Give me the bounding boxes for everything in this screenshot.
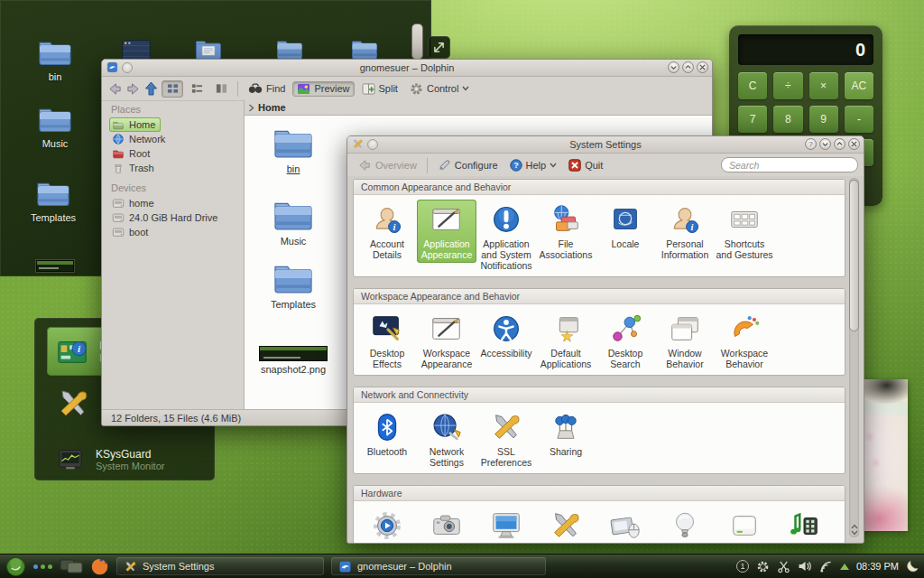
settings-item-account-details[interactable]: iAccount Details bbox=[357, 200, 417, 263]
toolbar-separator bbox=[427, 158, 428, 173]
maximize-button[interactable] bbox=[834, 138, 845, 150]
settings-item-device-actions[interactable]: Device Actions bbox=[357, 506, 417, 543]
file-item-templates[interactable]: Templates bbox=[253, 260, 334, 310]
taskbar-task-gnomesuer-dolphin[interactable]: gnomesuer – Dolphin bbox=[331, 557, 546, 575]
up-icon[interactable] bbox=[143, 81, 159, 96]
clock[interactable]: 08:39 PM bbox=[856, 561, 899, 572]
scroll-up-icon[interactable] bbox=[851, 524, 858, 529]
file-item-snapshot2-png[interactable]: snapshot2.png bbox=[253, 346, 334, 375]
settings-item-information-sources[interactable]: Information Sources bbox=[536, 506, 596, 543]
place-item-network[interactable]: Network bbox=[109, 132, 171, 146]
calc-button-ac[interactable]: AC bbox=[845, 72, 873, 99]
settings-item-personal-information[interactable]: iPersonal Information bbox=[655, 200, 715, 263]
settings-item-accessibility[interactable]: Accessibility bbox=[476, 309, 536, 361]
settings-item-multimedia[interactable]: Multimedia bbox=[774, 506, 834, 543]
details-view-button[interactable] bbox=[186, 80, 208, 98]
settings-item-default-applications[interactable]: ★Default Applications bbox=[536, 309, 596, 372]
desktop-icon-templates[interactable]: Templates bbox=[17, 178, 89, 223]
place-item-root[interactable]: Root bbox=[109, 146, 155, 161]
device-item-boot[interactable]: boot bbox=[109, 225, 153, 239]
file-item-music[interactable]: Music bbox=[253, 197, 334, 247]
titlebar-menu-button[interactable] bbox=[122, 62, 133, 73]
settings-item-locale[interactable]: Locale bbox=[596, 200, 655, 252]
settings-item-shortcuts-and-gestures[interactable]: Shortcuts and Gestures bbox=[715, 200, 774, 263]
folder-view-scrollbar[interactable] bbox=[411, 23, 423, 60]
firefox-icon[interactable] bbox=[90, 557, 109, 576]
settings-scrollbar[interactable] bbox=[849, 178, 859, 537]
settings-item-ssl-preferences[interactable]: SSL Preferences bbox=[476, 407, 536, 471]
back-icon[interactable] bbox=[107, 82, 123, 96]
settings-item-display-and-monit[interactable]: Display and Monit... bbox=[476, 506, 536, 543]
desktop-icon-snapshot-partial[interactable] bbox=[36, 260, 74, 272]
device-item-home[interactable]: home bbox=[109, 196, 160, 210]
split-button[interactable]: Split bbox=[357, 81, 402, 97]
notification-badge[interactable]: 1 bbox=[736, 560, 749, 573]
launcher-item-ksysguard[interactable]: KSysGuardSystem Monitor bbox=[47, 435, 206, 484]
preview-button[interactable]: Preview bbox=[292, 81, 354, 97]
calc-button-minus[interactable]: - bbox=[845, 106, 873, 133]
settings-item-application-and-system-notifications[interactable]: Application and System Notifications bbox=[476, 200, 536, 274]
file-item-bin[interactable]: bin bbox=[253, 125, 334, 174]
settings-item-network-settings[interactable]: Network Settings bbox=[417, 407, 476, 471]
tray-expand-arrow[interactable] bbox=[840, 564, 849, 570]
calc-button-divide[interactable]: ÷ bbox=[773, 72, 802, 99]
device-item-24-0-gib-hard-drive[interactable]: 24.0 GiB Hard Drive bbox=[109, 210, 223, 225]
calc-button-8[interactable]: 8 bbox=[773, 106, 802, 133]
titlebar-menu-button[interactable] bbox=[367, 139, 378, 150]
settings-item-input-devices[interactable]: Input Devices bbox=[596, 506, 655, 543]
app-launcher-button[interactable] bbox=[5, 556, 26, 577]
control-button[interactable]: Control bbox=[405, 80, 474, 98]
scrollbar-thumb[interactable] bbox=[849, 180, 859, 331]
settings-item-workspace-behavior[interactable]: Workspace Behavior bbox=[715, 309, 774, 372]
settings-item-digital-camera[interactable]: Digital Camera bbox=[417, 506, 476, 543]
calc-button-9[interactable]: 9 bbox=[809, 106, 838, 133]
scroll-down-icon[interactable] bbox=[851, 530, 858, 536]
settings-item-power-management[interactable]: Power Management bbox=[655, 506, 715, 543]
close-button[interactable] bbox=[697, 61, 708, 73]
breadcrumb[interactable]: Home bbox=[245, 100, 712, 115]
settings-item-file-associations[interactable]: File Associations bbox=[536, 200, 596, 263]
settings-item-application-appearance[interactable]: Application Appearance bbox=[417, 200, 476, 263]
desktop-icon-bin[interactable]: bin bbox=[19, 37, 91, 82]
network-signal-icon[interactable] bbox=[819, 560, 833, 573]
minimize-button[interactable] bbox=[668, 61, 679, 73]
panel-cashew-icon[interactable] bbox=[906, 560, 919, 573]
calc-button-7[interactable]: 7 bbox=[738, 106, 767, 133]
place-item-home[interactable]: Home bbox=[109, 117, 161, 132]
configure-button[interactable]: Configure bbox=[433, 157, 503, 173]
settings-item-removable-devices[interactable]: Removable Devices bbox=[715, 506, 774, 543]
volume-icon[interactable] bbox=[798, 560, 812, 573]
clipboard-scissors-icon[interactable] bbox=[777, 560, 790, 573]
desktop-icon-music[interactable]: Music bbox=[19, 104, 91, 149]
gear-tray-icon[interactable] bbox=[756, 560, 770, 573]
settings-item-window-behavior[interactable]: Window Behavior bbox=[655, 309, 715, 372]
quit-button[interactable]: Quit bbox=[564, 157, 607, 173]
close-button[interactable] bbox=[848, 138, 860, 150]
settings-item-desktop-search[interactable]: Desktop Search bbox=[596, 309, 655, 372]
pager-widget[interactable] bbox=[60, 558, 83, 574]
settings-titlebar[interactable]: System Settings ? bbox=[347, 136, 864, 154]
dolphin-titlebar[interactable]: gnomesuer – Dolphin bbox=[102, 60, 712, 77]
kinfocenter-icon: i bbox=[54, 334, 90, 368]
icons-view-button[interactable] bbox=[162, 80, 183, 98]
settings-item-workspace-appearance[interactable]: Workspace Appearance bbox=[417, 309, 476, 372]
find-button[interactable]: Find bbox=[244, 81, 290, 96]
settings-item-bluetooth[interactable]: Bluetooth bbox=[357, 407, 417, 460]
help-toolbar-button[interactable]: ? Help bbox=[505, 157, 562, 173]
calc-button-multiply[interactable]: × bbox=[809, 72, 838, 99]
overview-button[interactable]: Overview bbox=[353, 157, 421, 173]
breadcrumb-home[interactable]: Home bbox=[258, 102, 286, 113]
minimize-button[interactable] bbox=[819, 138, 831, 150]
place-item-trash[interactable]: Trash bbox=[109, 161, 160, 175]
maximize-button[interactable] bbox=[682, 61, 694, 73]
forward-icon[interactable] bbox=[125, 82, 141, 96]
taskbar-task-system-settings[interactable]: System Settings bbox=[116, 557, 324, 575]
help-button[interactable]: ? bbox=[805, 138, 817, 150]
calc-button-c[interactable]: C bbox=[738, 72, 767, 99]
settings-item-sharing[interactable]: Sharing bbox=[536, 407, 596, 460]
activity-dots[interactable] bbox=[33, 564, 52, 569]
search-input[interactable] bbox=[721, 157, 858, 172]
settings-item-desktop-effects[interactable]: Desktop Effects bbox=[357, 309, 417, 372]
column-view-button[interactable] bbox=[210, 80, 232, 98]
folder-view-resize-handle[interactable] bbox=[428, 36, 450, 59]
